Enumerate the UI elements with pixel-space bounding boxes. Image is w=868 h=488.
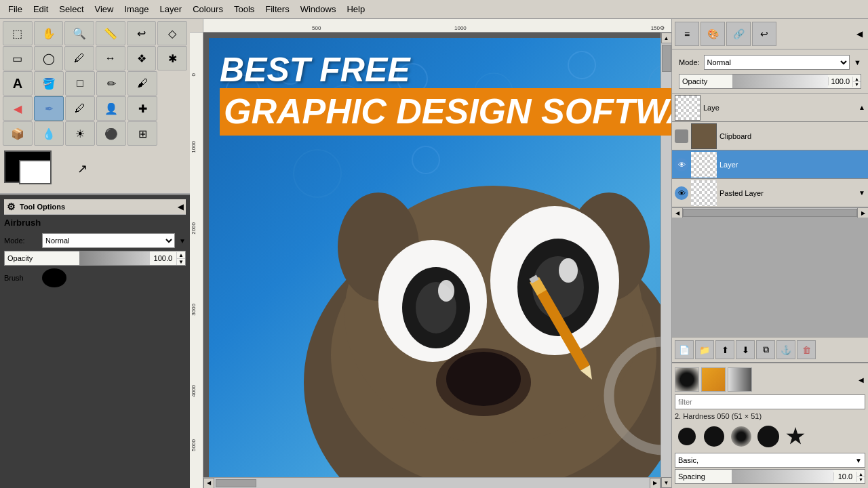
rp-mode-select[interactable]: Normal: [704, 55, 850, 70]
layer-item-0[interactable]: Laye ▲: [672, 94, 868, 122]
layers-nav-icon[interactable]: ≡: [675, 22, 699, 46]
tool-options-collapse[interactable]: ◀: [178, 203, 183, 211]
tool-shear[interactable]: ◇: [157, 21, 187, 45]
tool-options-label: Tool Options: [20, 203, 65, 211]
tool-measure[interactable]: 📏: [96, 21, 125, 45]
tool-heal[interactable]: ✚: [127, 96, 157, 121]
tool-extra[interactable]: ⊞: [127, 121, 157, 146]
layer-eye-active[interactable]: 👁: [675, 158, 688, 171]
layer-item-clipboard[interactable]: Clipboard: [672, 122, 868, 150]
horizontal-scrollbar[interactable]: ◀ ▶: [203, 477, 660, 488]
layer-down-btn[interactable]: ⬇: [736, 340, 755, 359]
tool-script[interactable]: ✱: [157, 46, 187, 70]
tool-connect[interactable]: ❖: [127, 46, 157, 70]
layer-scroll-icon[interactable]: ▲: [859, 104, 865, 111]
menu-help[interactable]: Help: [341, 3, 370, 16]
menu-file[interactable]: File: [3, 3, 28, 16]
tool-brush[interactable]: 🖌: [127, 71, 157, 96]
brush-preset-2[interactable]: [702, 424, 726, 449]
tool-free-select[interactable]: ⬚: [3, 21, 33, 45]
background-color[interactable]: [19, 160, 52, 184]
menu-layer[interactable]: Layer: [155, 3, 188, 16]
scroll-left-btn[interactable]: ◀: [203, 478, 214, 489]
tool-blur[interactable]: 💧: [34, 121, 64, 146]
brush-preset-5[interactable]: [783, 424, 808, 449]
tool-rect[interactable]: □: [65, 71, 95, 96]
tool-fill[interactable]: 🪣: [34, 71, 64, 96]
swap-colors-icon[interactable]: ↗: [77, 161, 87, 176]
rp-opacity-down[interactable]: ▼: [853, 82, 861, 87]
layer-scroll-left[interactable]: ◀: [672, 208, 683, 218]
channels-nav-icon[interactable]: 🎨: [701, 22, 725, 46]
tool-rotate[interactable]: ↩: [127, 21, 157, 45]
scroll-right-btn[interactable]: ▶: [650, 478, 660, 489]
tool-ellipse-select[interactable]: ◯: [34, 46, 64, 70]
layer-up-btn[interactable]: ⬆: [715, 340, 734, 359]
opacity-down-btn[interactable]: ▼: [177, 259, 185, 265]
brush-type-round[interactable]: [675, 367, 699, 392]
panel-collapse-btn[interactable]: ◀: [854, 26, 865, 41]
brush-preset-3[interactable]: [729, 424, 753, 449]
brush-preset-1[interactable]: [675, 424, 699, 449]
undo-nav-icon[interactable]: ↩: [752, 22, 776, 46]
tool-smudge[interactable]: ⚫: [96, 121, 126, 146]
delete-layer-btn[interactable]: 🗑: [797, 340, 816, 359]
anchor-layer-btn[interactable]: ⚓: [776, 340, 795, 359]
brush-type-textured[interactable]: [701, 367, 726, 392]
tool-eraser[interactable]: ◀: [3, 96, 33, 121]
paths-nav-icon[interactable]: 🔗: [726, 22, 751, 46]
menu-image[interactable]: Image: [119, 3, 154, 16]
basic-dropdown[interactable]: Basic, ▼: [675, 453, 865, 468]
tool-path-select[interactable]: 🖊: [64, 46, 94, 70]
scroll-down-btn[interactable]: ▼: [661, 477, 672, 488]
layer-scroll-down-icon[interactable]: ▼: [859, 189, 865, 197]
brush-filter-input[interactable]: [675, 394, 865, 409]
tool-bucket[interactable]: 📦: [3, 121, 33, 146]
layer-h-scroll[interactable]: ◀ ▶: [672, 207, 868, 217]
tool-airbrush[interactable]: ✒: [34, 96, 64, 121]
rp-opacity-up[interactable]: ▲: [853, 77, 861, 82]
rp-opacity-label: Opacity: [679, 77, 732, 85]
brush-panel-collapse[interactable]: ◀: [857, 375, 865, 385]
brush-preview[interactable]: [42, 268, 66, 287]
scroll-h-thumb[interactable]: [216, 479, 256, 487]
basic-expand-icon[interactable]: ▼: [852, 457, 865, 464]
duplicate-layer-btn[interactable]: ⧉: [756, 340, 775, 359]
scroll-up-btn[interactable]: ▲: [661, 33, 672, 43]
tool-zoom[interactable]: 🔍: [64, 21, 94, 45]
opacity-up-btn[interactable]: ▲: [177, 252, 185, 259]
tool-transform[interactable]: ↔: [96, 46, 125, 70]
menu-view[interactable]: View: [90, 3, 119, 16]
new-layer-btn[interactable]: 📄: [675, 340, 694, 359]
layer-item-active[interactable]: 👁 Layer: [672, 150, 868, 179]
menu-colours[interactable]: Colours: [187, 3, 229, 16]
layer-h-thumb[interactable]: [683, 209, 857, 217]
layer-item-pasted[interactable]: 👁 Pasted Layer ▼: [672, 179, 868, 207]
menu-edit[interactable]: Edit: [28, 3, 54, 16]
mode-select[interactable]: Normal Multiply Screen: [42, 233, 175, 248]
tool-text[interactable]: A: [3, 71, 33, 96]
tool-clone[interactable]: 👤: [96, 96, 126, 121]
spacing-up[interactable]: ▲: [857, 472, 865, 477]
brush-type-linear[interactable]: [728, 367, 752, 392]
tool-dodge[interactable]: ☀: [65, 121, 95, 146]
layer-eye-clipboard[interactable]: [675, 129, 688, 143]
tool-pencil[interactable]: ✏: [96, 71, 126, 96]
mode-expand-icon[interactable]: ▼: [179, 237, 186, 245]
ruler-v-marks-3000: 3000: [191, 304, 197, 316]
menu-filters[interactable]: Filters: [260, 3, 294, 16]
menu-select[interactable]: Select: [54, 3, 89, 16]
canvas-scroll-area[interactable]: BEST FREE GRAPHIC DESIGN SOFTWARE ▲ ▼ ◀: [203, 33, 671, 488]
tool-ink[interactable]: 🖊: [65, 96, 95, 121]
tool-move[interactable]: ✋: [34, 21, 64, 45]
layer-list-scroll[interactable]: Laye ▲ Clipboard 👁 Layer: [672, 94, 868, 207]
brush-preset-4[interactable]: [756, 424, 781, 449]
spacing-down[interactable]: ▼: [857, 477, 865, 482]
menu-tools[interactable]: Tools: [229, 3, 260, 16]
menu-windows[interactable]: Windows: [295, 3, 342, 16]
open-layer-btn[interactable]: 📁: [695, 340, 714, 359]
layer-scroll-right[interactable]: ▶: [857, 208, 868, 218]
rp-mode-expand-icon[interactable]: ▼: [854, 58, 861, 66]
layer-eye-pasted[interactable]: 👁: [675, 186, 688, 200]
tool-rect-select[interactable]: ▭: [3, 46, 33, 70]
